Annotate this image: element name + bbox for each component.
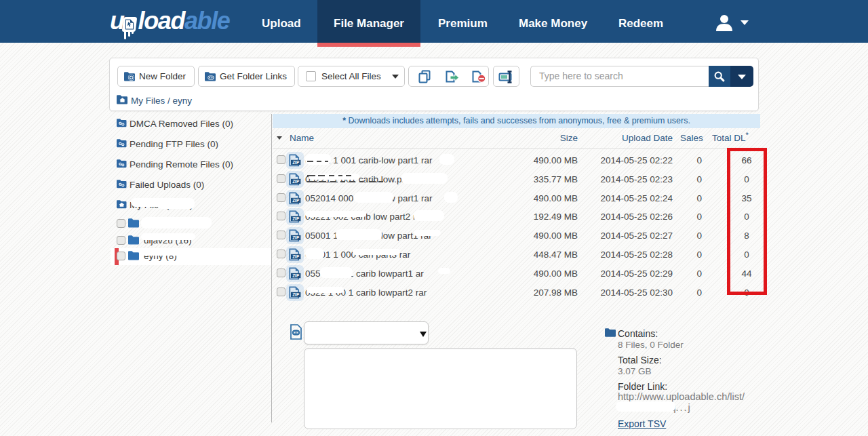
svg-text:ZIP: ZIP — [292, 160, 300, 165]
svg-text:ZIP: ZIP — [292, 273, 300, 278]
svg-text:ZIP: ZIP — [292, 254, 300, 259]
svg-text:ZIP: ZIP — [292, 235, 300, 240]
svg-text:ZIP: ZIP — [292, 179, 300, 184]
svg-text:ZIP: ZIP — [292, 198, 300, 203]
svg-text:ZIP: ZIP — [292, 216, 300, 221]
svg-text:ZIP: ZIP — [292, 292, 300, 297]
